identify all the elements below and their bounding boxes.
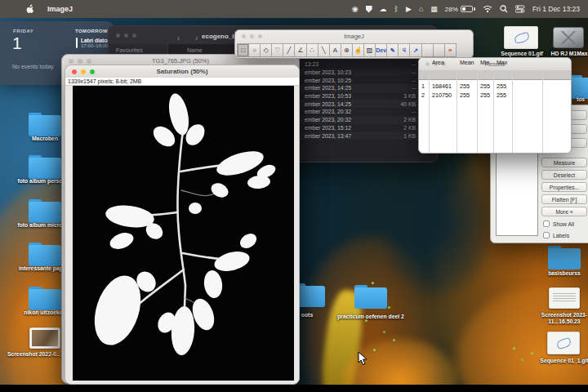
color-picker-tool[interactable]: ▨: [363, 43, 376, 57]
desktop-icon-folder[interactable]: [354, 285, 390, 309]
play-icon[interactable]: ▶: [406, 6, 412, 13]
folder-icon: [569, 75, 588, 99]
column-header[interactable]: Area: [432, 60, 444, 65]
minimize-icon[interactable]: [124, 33, 128, 38]
zoom-window-icon[interactable]: [132, 33, 136, 38]
minimize-icon[interactable]: [81, 69, 86, 74]
oval-tool[interactable]: ○: [248, 43, 261, 57]
checkbox-icon[interactable]: [543, 220, 550, 227]
dev-menu-tool[interactable]: Dev: [375, 43, 387, 57]
deselect-button[interactable]: Deselect: [541, 170, 587, 180]
text-tool[interactable]: A: [329, 43, 341, 57]
desktop-icon-folder[interactable]: [569, 75, 588, 99]
apple-menu[interactable]: [26, 2, 34, 16]
mouse-cursor: [358, 351, 368, 366]
close-icon[interactable]: [116, 33, 120, 38]
flatten-button[interactable]: Flatten [F]: [541, 194, 587, 204]
image-canvas[interactable]: [73, 86, 294, 381]
minimize-icon[interactable]: [78, 59, 82, 64]
angle-tool[interactable]: ∠: [294, 43, 306, 57]
brush-tool[interactable]: ✎: [386, 43, 399, 57]
name-column-header[interactable]: Name: [187, 47, 203, 53]
wand-tool[interactable]: ╲: [318, 43, 330, 57]
toolbar-titlebar[interactable]: ImageJ: [235, 30, 473, 42]
desktop-icon-label[interactable]: Screenshot 2023-11...16.50.23: [531, 312, 588, 325]
desktop-icon-drive[interactable]: [553, 27, 584, 48]
zoom-window-icon[interactable]: [258, 34, 262, 38]
results-window[interactable]: Results Area Mean Min Max 1 168461 255 2…: [418, 57, 572, 154]
rectangle-tool[interactable]: □: [237, 43, 249, 57]
desktop-icon-folder[interactable]: [29, 287, 61, 310]
column-divider: [542, 70, 543, 153]
column-header[interactable]: Mean: [460, 60, 474, 65]
home-icon[interactable]: ⌂: [419, 6, 423, 13]
shield-icon[interactable]: [366, 6, 372, 13]
spotlight-search-icon[interactable]: [500, 5, 508, 13]
back-forward-arrows[interactable]: ‹ ›: [177, 33, 204, 42]
bluetooth-icon[interactable]: ᛒ: [394, 6, 399, 13]
wifi-icon[interactable]: [483, 5, 492, 13]
desktop-icon-label[interactable]: HD RJ M1Max: [539, 51, 588, 57]
file-size: --: [412, 78, 416, 83]
column-header[interactable]: Min: [480, 60, 489, 65]
close-icon[interactable]: [72, 69, 77, 74]
battery-indicator[interactable]: 28%: [445, 6, 475, 13]
image-thumbnail-icon: [29, 327, 60, 349]
desktop-icon-folder[interactable]: [29, 199, 61, 223]
line-tool[interactable]: ╱: [283, 43, 295, 57]
cloud-icon[interactable]: ☁: [380, 6, 387, 13]
keyboard-icon[interactable]: ▦: [430, 6, 438, 13]
desktop-icon-image[interactable]: [549, 287, 580, 309]
saturation-image-window[interactable]: Saturation (50%) 1339x1547 pixels; 8-bit…: [65, 65, 300, 385]
arrow-tool[interactable]: ↗: [409, 43, 421, 57]
measure-button[interactable]: Measure: [541, 158, 587, 167]
window-titlebar[interactable]: Saturation (50%): [65, 65, 299, 78]
results-header-row: [419, 70, 571, 80]
mean-value: 255: [460, 82, 470, 90]
zoom-window-icon[interactable]: [87, 59, 91, 64]
desktop-icon-label[interactable]: Sequence 01_1.gif: [531, 358, 588, 364]
checkbox-icon[interactable]: [543, 232, 550, 238]
empty-tool-slot[interactable]: [421, 43, 434, 57]
desktop-icon-label[interactable]: tos: [570, 96, 588, 103]
minimize-icon[interactable]: [250, 34, 254, 38]
max-value: 255: [497, 91, 506, 99]
freehand-tool[interactable]: ♡: [271, 43, 283, 57]
properties-button[interactable]: Properties...: [541, 182, 587, 192]
folder-icon: [29, 287, 61, 310]
desktop-icon-label[interactable]: practicum oefenen deel 2: [333, 314, 408, 320]
labels-checkbox[interactable]: Labels: [543, 232, 569, 238]
fill-tool[interactable]: ☟: [398, 43, 410, 57]
zoom-tool[interactable]: ⊕: [341, 43, 353, 57]
close-icon[interactable]: [69, 59, 74, 64]
close-icon[interactable]: [242, 34, 246, 38]
desktop-icon-label[interactable]: basisbeurss: [534, 270, 588, 277]
desktop-icon-folder[interactable]: [548, 246, 581, 270]
close-icon[interactable]: [425, 62, 430, 66]
column-divider: [512, 70, 513, 153]
desktop-icon-folder[interactable]: [29, 155, 61, 179]
desktop-icon-image[interactable]: [29, 327, 60, 349]
zoom-window-icon[interactable]: [90, 69, 95, 74]
menu-clock[interactable]: Fri 1 Dec 13:23: [532, 5, 580, 13]
menu-app-name[interactable]: ImageJ: [47, 5, 73, 13]
desktop-icon-folder[interactable]: [29, 113, 61, 136]
record-icon[interactable]: ◉: [352, 6, 359, 13]
polygon-tool[interactable]: ◇: [260, 43, 272, 57]
desktop-icon-image[interactable]: [547, 332, 580, 354]
point-tool[interactable]: ∴: [306, 43, 318, 57]
folder-icon: [29, 113, 61, 136]
folder-icon: [29, 155, 61, 179]
imagej-toolbar-window[interactable]: ImageJ □ ○ ◇ ♡ ╱ ∠ ∴ ╲ A ⊕ ☝ ▨ Dev ✎ ☟ ↗…: [234, 29, 474, 59]
more-button[interactable]: More »: [541, 207, 587, 216]
show-all-checkbox[interactable]: Show All: [543, 220, 574, 227]
desktop-icon-image[interactable]: [504, 26, 538, 49]
min-value: 255: [480, 91, 490, 99]
control-center-icon[interactable]: [515, 5, 525, 13]
desktop-icon-folder[interactable]: [29, 243, 61, 266]
hand-tool[interactable]: ☝: [352, 43, 364, 57]
column-header[interactable]: Max: [497, 60, 507, 65]
empty-tool-slot[interactable]: [433, 43, 445, 57]
file-size: 3 KB: [403, 93, 416, 99]
more-tools-button[interactable]: »: [444, 43, 457, 57]
